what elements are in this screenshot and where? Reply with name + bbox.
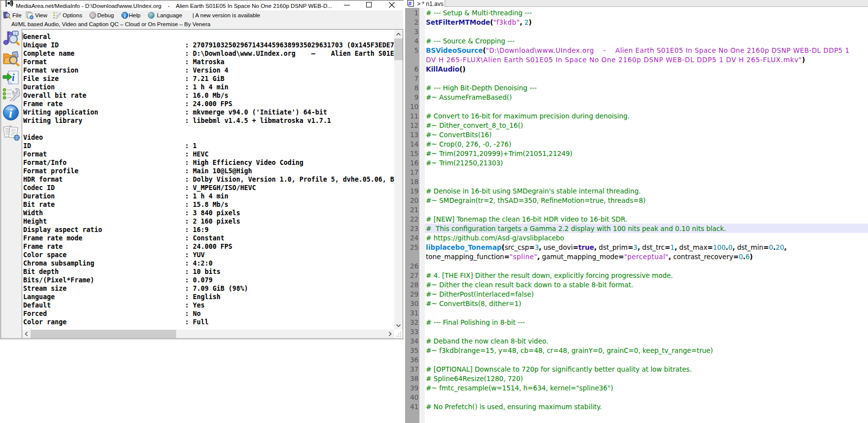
svg-text:i: i — [9, 106, 13, 120]
svg-text:#: # — [409, 0, 412, 6]
svg-text:i: i — [12, 72, 15, 83]
